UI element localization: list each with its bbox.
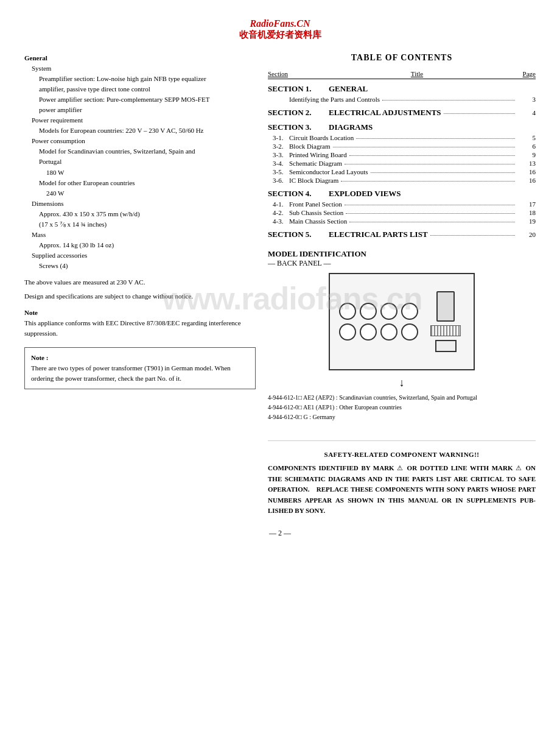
safety-components-label: COMPONENTS IDENTIFIED BY MARK bbox=[268, 464, 397, 471]
design-note: Design and specifications are subject to… bbox=[24, 291, 256, 302]
circles-area bbox=[339, 303, 418, 341]
circle-6 bbox=[360, 323, 377, 341]
toc-section-block: SECTION 1.GENERALIdentifying the Parts a… bbox=[268, 84, 536, 103]
model-note-item: 4-944-612-0□ G : Germany bbox=[268, 412, 536, 422]
power-amp-label: Power amplifier section: Pure-complement… bbox=[24, 94, 256, 105]
toc-dots bbox=[356, 132, 515, 139]
toc-col-page: Page bbox=[511, 70, 536, 77]
toc-section-name: ELECTRICAL PARTS LIST20 bbox=[329, 230, 536, 239]
page: RadioFans.CN 收音机爱好者资料库 www.radiofans.cn … bbox=[0, 0, 560, 745]
toc-dots bbox=[341, 175, 515, 182]
toc-item-page: 5 bbox=[517, 134, 536, 141]
power-req-label: Power requirement bbox=[24, 115, 256, 125]
section-page: 20 bbox=[517, 231, 536, 238]
model-note-item: 4-944-612-0□ AE1 (AEP1) : Other European… bbox=[268, 403, 536, 412]
toc-item-title-text: Block Diagram bbox=[289, 143, 331, 150]
toc-item-title-text: Printed Wiring Board bbox=[289, 151, 347, 158]
note-box-label: Note : bbox=[31, 353, 249, 363]
toc-col-section: Section bbox=[268, 70, 323, 77]
toc-dots bbox=[345, 199, 515, 205]
circle-2 bbox=[360, 303, 377, 320]
toc-title: TABLE OF CONTENTS bbox=[268, 53, 536, 63]
w-240: 240 W bbox=[24, 188, 256, 199]
circle-3 bbox=[380, 303, 397, 320]
model-id-title: MODEL IDENTIFICATION bbox=[268, 249, 536, 259]
back-panel-diagram-wrapper bbox=[268, 273, 536, 376]
back-panel-label: — BACK PANEL — bbox=[268, 259, 536, 268]
toc-dots bbox=[349, 149, 515, 156]
circle-1 bbox=[339, 303, 356, 320]
toc-section-row: SECTION 2.ELECTRICAL ADJUSTMENTS4 bbox=[268, 108, 536, 118]
toc-item-row: 3-6.IC Block Diagram16 bbox=[268, 176, 536, 184]
toc-item-page: 17 bbox=[517, 200, 536, 208]
toc-item-num: 3-2. bbox=[268, 143, 289, 150]
toc-item-page: 16 bbox=[517, 168, 536, 175]
content-wrapper: General System Preamplifier section: Low… bbox=[24, 53, 536, 517]
toc-section-block: SECTION 3.DIAGRAMS3-1.Circuit Boards Loc… bbox=[268, 122, 536, 184]
toc-item-page: 6 bbox=[517, 143, 536, 150]
toc-sections: SECTION 1.GENERALIdentifying the Parts a… bbox=[268, 84, 536, 239]
preamp-label: Preamplifier section: Low-noise high gai… bbox=[24, 74, 256, 84]
note-label: Note bbox=[24, 308, 256, 318]
approx-dim: Approx. 430 x 150 x 375 mm (w/h/d) bbox=[24, 209, 256, 219]
toc-section-row: SECTION 5.ELECTRICAL PARTS LIST20 bbox=[268, 230, 536, 239]
scandi-model: Model for Scandinavian countries, Switze… bbox=[24, 146, 256, 157]
toc-item-page: 19 bbox=[517, 217, 536, 225]
screws: Screws (4) bbox=[24, 261, 256, 271]
section-name-text: ELECTRICAL ADJUSTMENTS bbox=[329, 108, 441, 118]
toc-section-row: SECTION 4.EXPLODED VIEWS bbox=[268, 189, 536, 199]
toc-section-num: SECTION 5. bbox=[268, 230, 329, 239]
toc-item-title-wrap: Identifying the Parts and Controls bbox=[289, 95, 517, 103]
left-column: General System Preamplifier section: Low… bbox=[24, 53, 256, 517]
measured-note: The above values are measured at 230 V A… bbox=[24, 277, 256, 288]
note-box: Note : There are two types of power tran… bbox=[24, 347, 256, 389]
toc-section-name: ELECTRICAL ADJUSTMENTS4 bbox=[329, 108, 536, 118]
toc-item-page: 18 bbox=[517, 209, 536, 216]
model-id-section: MODEL IDENTIFICATION — BACK PANEL — bbox=[268, 249, 536, 422]
toc-dots bbox=[345, 158, 515, 164]
toc-section-num: SECTION 1. bbox=[268, 84, 329, 94]
safety-body: COMPONENTS IDENTIFIED BY MARK ⚠ OR DOTTE… bbox=[268, 463, 536, 517]
toc-item-title-text: Main Chassis Section bbox=[289, 217, 347, 225]
toc-dots bbox=[382, 94, 515, 101]
right-column: TABLE OF CONTENTS Section Title Page SEC… bbox=[268, 53, 536, 517]
toc-item-title-text: Schematic Diagram bbox=[289, 160, 342, 167]
safety-title: SAFETY-RELATED COMPONENT WARNING!! bbox=[268, 451, 536, 458]
toc-section-row: SECTION 1.GENERAL bbox=[268, 84, 536, 94]
power-cons: Power consumption bbox=[24, 136, 256, 146]
approx-mass: Approx. 14 kg (30 lb 14 oz) bbox=[24, 240, 256, 250]
toc-item-num: 3-3. bbox=[268, 151, 289, 158]
toc-section-block: SECTION 5.ELECTRICAL PARTS LIST20 bbox=[268, 230, 536, 239]
mass: Mass bbox=[24, 230, 256, 240]
preamp-label2: amplifier, passive type direct tone cont… bbox=[24, 84, 256, 94]
toc-item-num: 3-5. bbox=[268, 168, 289, 175]
toc-item-page: 9 bbox=[517, 151, 536, 158]
toc-section-block: SECTION 4.EXPLODED VIEWS4-1.Front Panel … bbox=[268, 189, 536, 225]
circles-grid bbox=[339, 303, 418, 341]
dots-line bbox=[444, 107, 515, 114]
toc-section-num: SECTION 4. bbox=[268, 189, 329, 199]
toc-item-num: 4-2. bbox=[268, 209, 289, 216]
toc-col-title: Title bbox=[323, 70, 511, 77]
toc-item-page: 3 bbox=[517, 96, 536, 103]
toc-item-num: 3-6. bbox=[268, 177, 289, 184]
model-notes: 4-944-612-1□ AE2 (AEP2) : Scandinavian c… bbox=[268, 393, 536, 422]
safety-on-label: ON THE SCHEMATIC DIAGRAMS AND IN THE PAR… bbox=[268, 464, 536, 514]
section-page: 4 bbox=[517, 109, 536, 116]
toc-item-title-wrap: IC Block Diagram bbox=[289, 176, 517, 184]
right-component bbox=[430, 291, 461, 352]
toc-section-name: GENERAL bbox=[329, 84, 536, 94]
vent-area bbox=[430, 325, 461, 336]
down-arrow-icon: ↓ bbox=[268, 376, 536, 389]
toc-section-block: SECTION 2.ELECTRICAL ADJUSTMENTS4 bbox=[268, 108, 536, 118]
general-heading: General bbox=[24, 53, 256, 63]
other-euro: Model for other European countries bbox=[24, 178, 256, 188]
w-180: 180 W bbox=[24, 168, 256, 178]
section-name-text: ELECTRICAL PARTS LIST bbox=[329, 230, 428, 239]
toc-item-title-text: Sub Chassis Section bbox=[289, 209, 343, 216]
supplied: Supplied accessories bbox=[24, 250, 256, 261]
toc-header-row: Section Title Page bbox=[268, 70, 536, 79]
portugal: Portugal bbox=[24, 157, 256, 167]
page-header: RadioFans.CN 收音机爱好者资料库 bbox=[24, 18, 536, 41]
system-label: System bbox=[24, 63, 256, 74]
